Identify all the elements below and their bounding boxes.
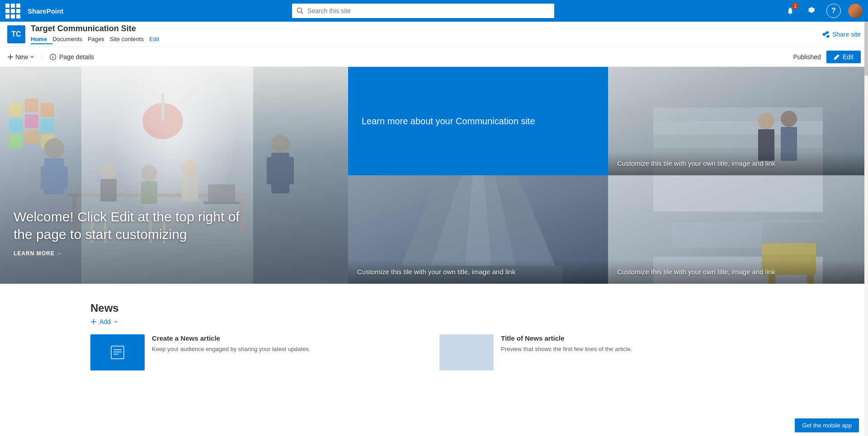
news-card-2-thumbnail[interactable] [439,334,494,370]
info-icon [49,53,57,61]
news-card-1-desc: Keep your audience engaged by sharing yo… [152,345,429,354]
svg-point-48 [781,111,797,127]
news-add-chevron [113,319,118,324]
svg-rect-45 [653,108,823,121]
published-status: Published [793,53,821,61]
search-input[interactable] [307,7,550,14]
news-section: News Add Create a News article Keep your… [0,284,868,389]
svg-rect-19 [9,135,23,148]
app-launcher-button[interactable] [5,4,20,18]
svg-rect-10 [240,197,244,233]
top-navigation: SharePoint 1 ? [0,0,868,22]
nav-edit[interactable]: Edit [149,36,165,44]
search-container [69,4,778,18]
svg-point-30 [100,163,117,179]
svg-rect-31 [100,179,117,202]
hero-tile-1-text: Learn more about your Communication site [362,115,535,127]
notification-button[interactable]: 1 [783,4,797,18]
site-logo: TC [7,25,25,43]
page-details-button[interactable]: Page details [49,53,94,61]
pencil-icon [834,54,840,60]
svg-rect-40 [208,184,235,202]
plus-icon [7,54,14,60]
share-site-button[interactable]: Share site [822,31,861,38]
svg-line-1 [302,12,303,14]
scroll-track[interactable] [864,22,868,389]
svg-rect-18 [25,114,38,128]
page-toolbar: New Page details Published Edit [0,47,868,67]
svg-rect-28 [41,166,50,189]
chevron-down-icon [30,55,34,59]
svg-point-7 [52,55,53,56]
hero-tiles-grid: Learn more about your Communication site… [348,67,868,284]
svg-rect-54 [653,175,823,211]
hero-tile-4[interactable]: Customize this tile with your own title,… [608,175,868,284]
svg-rect-16 [25,98,38,112]
top-nav-right: 1 ? [783,4,863,18]
svg-rect-33 [141,181,157,204]
news-card-1: Create a News article Keep your audience… [90,334,429,370]
hero-tile-3[interactable]: Customize this tile with your own title,… [348,175,608,284]
hero-tile-1[interactable]: Learn more about your Communication site [348,67,608,175]
waffle-icon [5,4,20,19]
news-card-2-desc: Preview that shows the first few lines o… [501,345,778,354]
svg-rect-37 [271,153,289,193]
news-article-icon [109,344,126,361]
site-title: Target Communication Site [31,24,165,34]
toolbar-right: Published Edit [793,51,861,63]
news-add-button[interactable]: Add [90,318,118,325]
search-icon [297,7,304,14]
svg-rect-29 [59,166,68,189]
svg-point-34 [182,160,198,177]
scroll-thumb[interactable] [864,22,868,76]
hero-tile-2[interactable]: Customize this tile with your own title,… [608,67,868,175]
share-icon [822,31,830,38]
search-box [292,4,554,18]
hero-tile-2-caption: Customize this tile with your own title,… [608,151,868,175]
new-button[interactable]: New [7,53,34,61]
edit-button[interactable]: Edit [826,51,861,63]
news-title: News [90,302,778,314]
news-add-label: Add [99,318,111,325]
news-cards: Create a News article Keep your audience… [90,334,778,370]
svg-rect-35 [182,177,198,202]
share-site-label: Share site [832,31,861,38]
svg-rect-41 [203,202,240,204]
hero-tile-4-caption: Customize this tile with your own title,… [608,260,868,284]
nav-site-contents[interactable]: Site contents [110,36,149,44]
svg-rect-17 [9,119,23,132]
site-title-nav: Target Communication Site Home Documents… [31,24,165,44]
svg-point-26 [44,138,64,158]
svg-point-46 [758,113,774,129]
svg-rect-61 [762,243,816,254]
svg-point-2 [790,14,791,14]
news-card-1-title: Create a News article [152,334,429,342]
site-navigation: Home Documents Pages Site contents Edit [31,36,165,44]
news-card-2: Title of News article Preview that shows… [439,334,778,370]
nav-documents[interactable]: Documents [52,36,88,44]
svg-rect-38 [267,157,274,184]
svg-rect-15 [9,103,23,117]
news-card-1-thumbnail[interactable] [90,334,145,370]
svg-rect-43 [653,135,823,148]
news-card-2-title: Title of News article [501,334,778,342]
svg-rect-39 [287,157,294,184]
notification-badge: 1 [792,3,798,9]
hero-main-tile[interactable]: Welcome! Click Edit at the top right of … [0,67,348,284]
avatar-image [848,4,863,18]
hero-overlay-text: Welcome! Click Edit at the top right of … [14,208,240,257]
hero-section: Welcome! Click Edit at the top right of … [0,67,868,284]
svg-rect-20 [25,130,38,144]
svg-rect-21 [41,103,54,117]
gear-icon [808,7,816,15]
settings-button[interactable] [805,4,819,18]
avatar[interactable] [848,4,863,18]
svg-rect-58 [671,220,762,222]
news-add-icon [90,319,97,325]
edit-label: Edit [843,53,854,61]
hero-learn-more[interactable]: LEARN MORE → [14,250,240,257]
nav-pages[interactable]: Pages [88,36,110,44]
nav-home[interactable]: Home [31,36,52,44]
help-button[interactable]: ? [826,4,841,18]
svg-point-32 [141,165,157,181]
